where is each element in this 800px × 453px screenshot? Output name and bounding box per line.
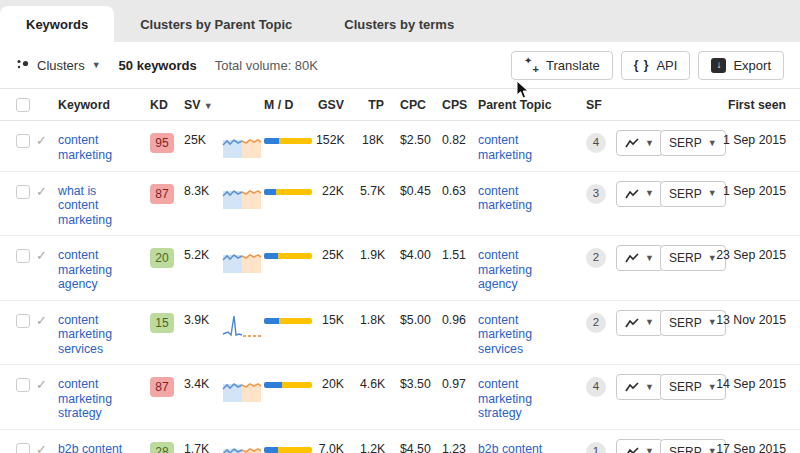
clusters-dropdown[interactable]: Clusters ▼: [16, 57, 101, 74]
col-header-gsv[interactable]: GSV: [310, 89, 354, 121]
parent-topic-link[interactable]: b2b content marketing: [478, 442, 574, 453]
gsv-value: 20K: [310, 365, 354, 430]
col-header-kd[interactable]: KD: [144, 89, 178, 121]
keyword-link[interactable]: what is content marketing: [58, 184, 132, 228]
tab-clusters-by-terms[interactable]: Clusters by terms: [318, 6, 480, 42]
translate-icon: ✦+: [524, 58, 539, 73]
mobile-desktop-bar: [264, 138, 312, 144]
sf-badge: 2: [586, 313, 606, 333]
keyword-link[interactable]: content marketing: [58, 133, 132, 162]
keyword-link[interactable]: content marketing agency: [58, 248, 132, 292]
kd-badge: 20: [150, 248, 174, 268]
check-icon: ✓: [36, 377, 47, 392]
col-header-cpc[interactable]: CPC: [394, 89, 436, 121]
kd-badge: 87: [150, 377, 174, 397]
position-history-button[interactable]: ▼: [616, 245, 663, 271]
sort-caret-icon: ▼: [204, 101, 213, 111]
row-checkbox[interactable]: [16, 443, 30, 453]
parent-topic-link[interactable]: content marketing agency: [478, 248, 574, 292]
tp-value: 1.2K: [354, 429, 394, 453]
serp-label: SERP: [669, 136, 702, 150]
keywords-count: 50 keywords: [119, 58, 197, 73]
mobile-desktop-bar: [264, 318, 312, 324]
first-seen-value: 17 Sep 2015: [710, 429, 800, 453]
kd-badge: 28: [150, 442, 174, 453]
total-volume: Total volume: 80K: [215, 58, 318, 73]
trend-thumbnail[interactable]: [222, 248, 262, 274]
check-icon: ✓: [36, 248, 47, 263]
tab-keywords[interactable]: Keywords: [0, 6, 114, 42]
chevron-down-icon: ▼: [708, 189, 717, 198]
export-label: Export: [733, 58, 771, 73]
desktop-share-segment: [278, 447, 312, 453]
col-header-cps[interactable]: CPS: [436, 89, 472, 121]
cpc-value: $3.50: [394, 365, 436, 430]
parent-topic-link[interactable]: content marketing services: [478, 313, 574, 357]
row-checkbox[interactable]: [16, 185, 30, 199]
desktop-share-segment: [279, 318, 312, 324]
check-icon: ✓: [36, 442, 47, 453]
sf-badge: 4: [586, 377, 606, 397]
export-button[interactable]: ↓ Export: [698, 51, 784, 80]
keyword-link[interactable]: b2b content marketing: [58, 442, 132, 453]
keywords-table: Keyword KD SV ▼ M / D GSV TP CPC CPS Par…: [0, 88, 800, 453]
col-header-sf[interactable]: SF: [580, 89, 610, 121]
gsv-value: 22K: [310, 171, 354, 236]
trend-thumbnail[interactable]: [222, 133, 262, 159]
keyword-link[interactable]: content marketing strategy: [58, 377, 132, 421]
gsv-value: 25K: [310, 236, 354, 301]
cps-value: 1.51: [436, 236, 472, 301]
table-row: ✓ content marketing services 15 3.9K: [0, 300, 800, 365]
row-checkbox[interactable]: [16, 249, 30, 263]
mobile-share-segment: [264, 382, 282, 388]
api-label: API: [656, 58, 677, 73]
sv-value: 3.4K: [178, 365, 216, 430]
table-row: ✓ b2b content marketing 28 1.7K: [0, 429, 800, 453]
row-checkbox[interactable]: [16, 314, 30, 328]
position-history-button[interactable]: ▼: [616, 374, 663, 400]
serp-button[interactable]: SERP ▼: [660, 130, 726, 156]
col-header-sv[interactable]: SV ▼: [178, 89, 216, 121]
row-checkbox[interactable]: [16, 378, 30, 392]
row-checkbox[interactable]: [16, 134, 30, 148]
col-header-md[interactable]: M / D: [258, 89, 310, 121]
select-all-checkbox[interactable]: [16, 98, 30, 112]
sv-value: 8.3K: [178, 171, 216, 236]
parent-topic-link[interactable]: content marketing: [478, 184, 574, 213]
col-header-first-seen[interactable]: First seen: [710, 89, 800, 121]
mobile-share-segment: [264, 189, 276, 195]
chevron-down-icon: ▼: [92, 61, 101, 70]
tab-clusters-by-parent-topic[interactable]: Clusters by Parent Topic: [114, 6, 318, 42]
mobile-share-segment: [264, 253, 278, 259]
line-chart-icon: [625, 137, 639, 149]
col-header-keyword[interactable]: Keyword: [52, 89, 144, 121]
braces-icon: { }: [634, 58, 650, 72]
col-header-tp[interactable]: TP: [354, 89, 394, 121]
serp-label: SERP: [669, 251, 702, 265]
keyword-link[interactable]: content marketing services: [58, 313, 132, 357]
trend-thumbnail[interactable]: [222, 313, 262, 339]
trend-thumbnail[interactable]: [222, 442, 262, 453]
chevron-down-icon: ▼: [645, 254, 654, 263]
parent-topic-link[interactable]: content marketing strategy: [478, 377, 574, 421]
cps-value: 0.96: [436, 300, 472, 365]
position-history-button[interactable]: ▼: [616, 130, 663, 156]
desktop-share-segment: [276, 189, 312, 195]
serp-button[interactable]: SERP ▼: [660, 181, 726, 207]
chevron-down-icon: ▼: [708, 139, 717, 148]
mobile-desktop-bar: [264, 253, 312, 259]
cpc-value: $4.50: [394, 429, 436, 453]
position-history-button[interactable]: ▼: [616, 181, 663, 207]
table-row: ✓ content marketing strategy 87 3.4K: [0, 365, 800, 430]
gsv-value: 7.0K: [310, 429, 354, 453]
translate-button[interactable]: ✦+ Translate: [511, 51, 613, 80]
api-button[interactable]: { } API: [621, 51, 691, 80]
position-history-button[interactable]: ▼: [616, 439, 663, 453]
check-icon: ✓: [36, 133, 47, 148]
toolbar: Clusters ▼ 50 keywords Total volume: 80K…: [0, 42, 800, 88]
trend-thumbnail[interactable]: [222, 184, 262, 210]
parent-topic-link[interactable]: content marketing: [478, 133, 574, 162]
col-header-parent-topic[interactable]: Parent Topic: [472, 89, 580, 121]
trend-thumbnail[interactable]: [222, 377, 262, 403]
position-history-button[interactable]: ▼: [616, 310, 663, 336]
